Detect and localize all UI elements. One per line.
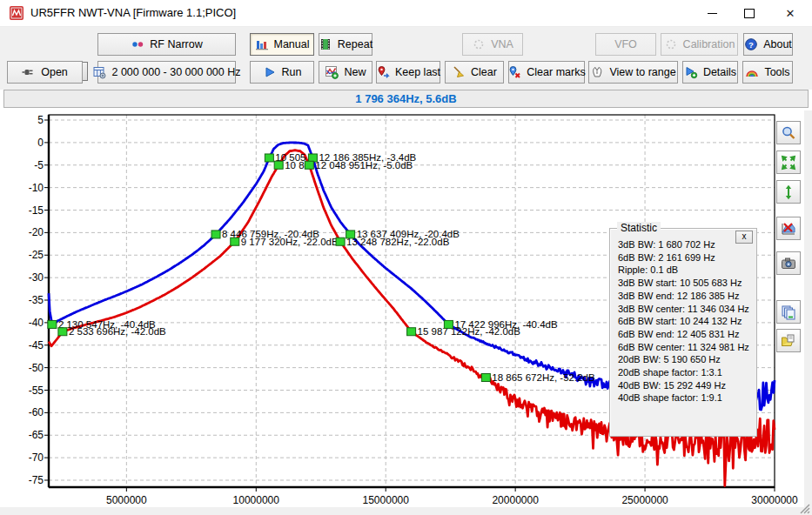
run-icon	[263, 65, 277, 79]
statistic-line: 40dB shape factor: 1:9.1	[618, 391, 753, 405]
repeat-label: Repeat	[338, 38, 372, 50]
y-axis-label: -30	[29, 271, 44, 284]
y-axis-label: -5	[34, 159, 44, 171]
statistic-line: 40dB BW: 15 292 449 Hz	[618, 379, 753, 392]
statistic-line: Ripple: 0.1 dB	[618, 264, 753, 277]
statistic-line: 3dB BW start: 10 505 683 Hz	[618, 277, 753, 290]
marker-label: 13 248 782Hz, -22.0dB	[346, 237, 450, 247]
rf-narrow-label: RF Narrow	[150, 38, 202, 50]
marker[interactable]	[336, 237, 345, 245]
marker[interactable]	[48, 320, 57, 328]
statistic-line: 3dB BW: 1 680 702 Hz	[618, 238, 753, 251]
statistic-line: 6dB BW start: 10 244 132 Hz	[618, 315, 753, 328]
minimize-button[interactable]	[695, 0, 729, 26]
run-label: Run	[282, 66, 302, 78]
clear-button[interactable]: Clear	[445, 61, 504, 84]
clear-broom-icon	[452, 65, 466, 79]
y-axis-label: -65	[29, 429, 44, 441]
view-to-range-icon	[590, 65, 604, 79]
right-margin	[804, 110, 812, 515]
y-axis-label: -45	[29, 339, 44, 351]
x-axis-label: 5000000	[106, 494, 147, 506]
keep-last-button[interactable]: Keep last	[376, 61, 440, 84]
chart-delete-icon	[781, 221, 796, 237]
statistic-line: 3dB BW end: 12 186 385 Hz	[618, 290, 753, 303]
marker[interactable]	[346, 231, 355, 238]
details-button[interactable]: Details	[682, 61, 738, 84]
vna-label: VNA	[491, 38, 513, 50]
copy-button[interactable]	[776, 300, 801, 324]
y-axis-label: -35	[29, 294, 44, 306]
marker[interactable]	[481, 374, 490, 382]
rf-narrow-button[interactable]: RF Narrow	[97, 33, 236, 56]
y-axis-label: -10	[29, 182, 44, 194]
marker[interactable]	[444, 320, 453, 328]
export-button[interactable]	[776, 329, 801, 352]
zoom-button[interactable]	[776, 121, 801, 144]
about-button[interactable]: ? About	[743, 33, 793, 56]
statistic-line: 3dB BW center: 11 346 034 Hz	[618, 303, 753, 316]
copy-pages-icon	[781, 304, 796, 320]
statistic-title: Statistic	[617, 222, 661, 234]
statistic-line: 20dB BW: 5 190 650 Hz	[618, 353, 753, 366]
fit-all-arrows-icon	[781, 155, 796, 171]
tools-label: Tools	[764, 66, 789, 78]
vfo-label: VFO	[614, 38, 637, 50]
rf-narrow-icon	[131, 37, 144, 51]
marker[interactable]	[305, 161, 313, 169]
new-label: New	[344, 66, 366, 78]
manual-button[interactable]: Manual	[250, 33, 314, 56]
frequency-range-label: 2 000 000 - 30 000 000 Hz	[111, 66, 240, 78]
statistic-line: 6dB BW end: 12 405 831 Hz	[618, 328, 753, 341]
vna-button: VNA	[462, 33, 523, 56]
clear-chart-button[interactable]	[776, 217, 801, 240]
repeat-button[interactable]: Repeat	[319, 33, 372, 56]
clear-marks-label: Clear marks	[527, 66, 585, 78]
y-axis-label: -50	[29, 362, 44, 374]
cursor-readout: 1 796 364Hz, 5.6dB	[355, 92, 456, 105]
marker[interactable]	[231, 237, 239, 245]
vfo-button: VFO	[595, 33, 656, 56]
marker[interactable]	[211, 231, 220, 238]
view-to-range-label: View to range	[609, 66, 675, 78]
calibration-icon	[664, 37, 678, 51]
marker[interactable]	[407, 328, 416, 336]
open-button[interactable]: Open	[7, 61, 83, 84]
y-axis-label: -75	[29, 474, 44, 486]
y-axis-label: -20	[29, 226, 44, 238]
view-to-range-button[interactable]: View to range	[588, 61, 678, 84]
fit-all-button[interactable]	[776, 150, 801, 174]
x-axis-label: 25000000	[621, 494, 668, 506]
fit-vertical-button[interactable]	[776, 180, 801, 204]
camera-icon	[781, 256, 796, 271]
new-chart-icon	[325, 65, 339, 79]
new-button[interactable]: New	[319, 61, 372, 84]
title-bar: UR5FFR NWT-VNA [Firmware 1.1;PICO] ✕	[0, 0, 812, 27]
tools-button[interactable]: Tools	[742, 61, 793, 84]
close-button[interactable]: ✕	[773, 0, 808, 26]
statistic-line: 6dB BW center: 11 324 981 Hz	[618, 341, 753, 354]
resize-grip-icon[interactable]	[799, 503, 810, 514]
marker[interactable]	[265, 154, 273, 162]
frequency-range-button[interactable]: 2 000 000 - 30 000 000 Hz	[97, 61, 236, 84]
marker[interactable]	[308, 154, 317, 162]
maximize-button[interactable]	[732, 0, 767, 26]
screenshot-button[interactable]	[776, 251, 801, 275]
marker[interactable]	[58, 328, 67, 336]
y-axis-label: -40	[29, 317, 44, 329]
run-button[interactable]: Run	[250, 61, 314, 84]
y-axis-label: -70	[29, 451, 44, 464]
app-icon	[10, 6, 23, 20]
x-axis-label: 30000000	[751, 494, 798, 506]
about-icon: ?	[744, 37, 758, 51]
statistic-line: 20dB shape factor: 1:3.1	[618, 366, 753, 379]
details-icon	[684, 65, 698, 79]
zoom-magnifier-icon	[781, 125, 796, 141]
clear-marks-button[interactable]: Clear marks	[508, 61, 585, 84]
marker-label: 12 048 951Hz, -5.0dB	[315, 160, 413, 171]
chart-panel: 50-5-10-15-20-25-30-35-40-45-50-55-60-65…	[0, 110, 812, 515]
fit-vertical-arrows-icon	[781, 184, 796, 200]
vna-icon	[472, 37, 486, 51]
app-window: UR5FFR NWT-VNA [Firmware 1.1;PICO] ✕ Por…	[0, 0, 812, 515]
marker[interactable]	[274, 161, 283, 169]
